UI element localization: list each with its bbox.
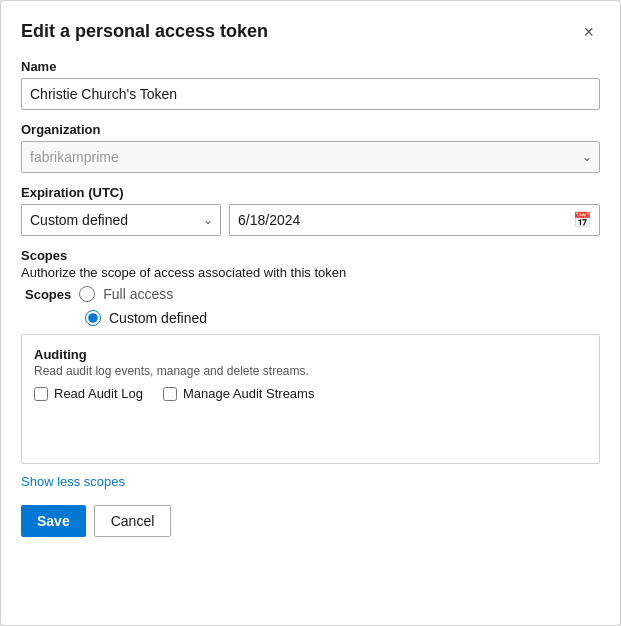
organization-field-group: Organization fabrikamprime ⌄: [21, 122, 600, 173]
cancel-button[interactable]: Cancel: [94, 505, 172, 537]
show-scopes-link[interactable]: Show less scopes: [21, 474, 125, 489]
read-audit-log-checkbox[interactable]: [34, 387, 48, 401]
expiration-select-wrapper: Custom defined 30 days 60 days 90 days 1…: [21, 204, 221, 236]
expiration-label: Expiration (UTC): [21, 185, 600, 200]
manage-audit-streams-item: Manage Audit Streams: [163, 386, 315, 401]
expiration-row: Custom defined 30 days 60 days 90 days 1…: [21, 204, 600, 236]
expiration-select[interactable]: Custom defined 30 days 60 days 90 days 1…: [21, 204, 221, 236]
auditing-checkboxes: Read Audit Log Manage Audit Streams: [34, 386, 587, 401]
date-input[interactable]: [229, 204, 600, 236]
auditing-title: Auditing: [34, 347, 587, 362]
organization-select-wrapper: fabrikamprime ⌄: [21, 141, 600, 173]
custom-defined-radio[interactable]: [85, 310, 101, 326]
date-input-wrapper: 📅: [229, 204, 600, 236]
modal-title: Edit a personal access token: [21, 21, 268, 42]
scopes-radio-group: Scopes Full access Custom defined: [21, 286, 600, 326]
modal-header: Edit a personal access token ×: [21, 21, 600, 43]
scopes-scroll-area[interactable]: Auditing Read audit log events, manage a…: [21, 334, 600, 464]
organization-label: Organization: [21, 122, 600, 137]
edit-token-modal: Edit a personal access token × Name Orga…: [0, 0, 621, 626]
scopes-description: Authorize the scope of access associated…: [21, 265, 600, 280]
full-access-radio[interactable]: [79, 286, 95, 302]
scopes-section: Scopes Authorize the scope of access ass…: [21, 248, 600, 326]
name-input[interactable]: [21, 78, 600, 110]
name-field-group: Name: [21, 59, 600, 110]
auditing-group: Auditing Read audit log events, manage a…: [34, 347, 587, 401]
scopes-title: Scopes: [21, 248, 600, 263]
close-button[interactable]: ×: [577, 21, 600, 43]
organization-select[interactable]: fabrikamprime: [21, 141, 600, 173]
manage-audit-streams-label: Manage Audit Streams: [183, 386, 315, 401]
auditing-description: Read audit log events, manage and delete…: [34, 364, 587, 378]
read-audit-log-label: Read Audit Log: [54, 386, 143, 401]
action-buttons: Save Cancel: [21, 505, 600, 537]
custom-defined-label: Custom defined: [109, 310, 207, 326]
read-audit-log-item: Read Audit Log: [34, 386, 143, 401]
scopes-radio-row: Scopes Full access: [25, 286, 600, 302]
save-button[interactable]: Save: [21, 505, 86, 537]
manage-audit-streams-checkbox[interactable]: [163, 387, 177, 401]
name-label: Name: [21, 59, 600, 74]
custom-defined-radio-row: Custom defined: [25, 310, 600, 326]
full-access-label: Full access: [103, 286, 173, 302]
expiration-field-group: Expiration (UTC) Custom defined 30 days …: [21, 185, 600, 236]
scopes-row-label: Scopes: [25, 287, 71, 302]
